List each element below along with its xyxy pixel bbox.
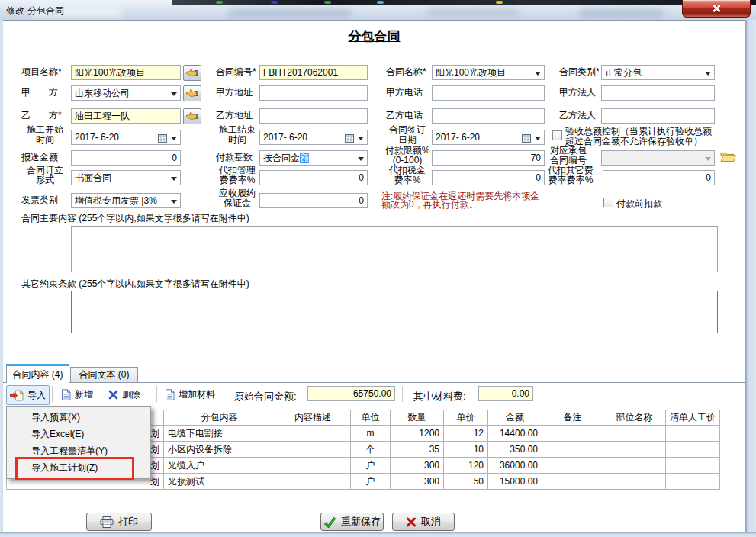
start-date-picker[interactable]: 2017- 6-20 xyxy=(71,130,181,145)
table-cell[interactable] xyxy=(542,474,603,490)
payment-limit-input[interactable]: 70 xyxy=(432,150,545,166)
col-header[interactable]: 清单人工价 xyxy=(666,410,720,426)
contract-no-input[interactable]: FBHT2017062001 xyxy=(259,65,368,80)
table-cell[interactable] xyxy=(275,458,351,474)
pre-pay-deduction-checkbox[interactable] xyxy=(603,198,613,207)
payment-base-select[interactable]: 按合同金额 xyxy=(259,150,368,166)
table-cell[interactable]: 120 xyxy=(444,458,488,474)
contract-form-select[interactable]: 书面合同 xyxy=(71,170,181,185)
resave-button[interactable]: 重新保存 xyxy=(320,513,384,531)
contract-category-select[interactable]: 正常分包 xyxy=(601,65,715,80)
table-cell[interactable] xyxy=(666,426,720,442)
party-b-select[interactable]: 油田工程一队 xyxy=(71,108,181,124)
end-date-picker[interactable]: 2017- 6-20 xyxy=(259,130,368,145)
add-button[interactable]: 新增 xyxy=(58,385,96,404)
table-cell[interactable] xyxy=(666,474,720,490)
col-header[interactable]: 单位 xyxy=(351,410,391,426)
table-cell[interactable] xyxy=(275,474,351,490)
invoice-type-select[interactable]: 增值税专用发票 |3% xyxy=(71,193,181,208)
table-cell[interactable] xyxy=(542,458,603,474)
table-cell[interactable]: 户 xyxy=(351,458,391,474)
table-cell[interactable] xyxy=(542,426,603,442)
tab-contract-content[interactable]: 合同内容 (4) xyxy=(6,364,69,383)
material-fee-field: 0.00 xyxy=(478,386,533,401)
party-a-picker-button[interactable] xyxy=(183,85,201,101)
table-cell[interactable] xyxy=(275,442,351,458)
cancel-button[interactable]: 取消 xyxy=(392,513,455,531)
party-b-picker-button[interactable] xyxy=(183,108,201,124)
hand-pointer-icon xyxy=(186,88,198,98)
table-cell[interactable] xyxy=(603,474,666,490)
table-cell[interactable]: 50 xyxy=(444,474,488,490)
party-a-address-label: 甲方地址 xyxy=(216,88,253,98)
table-cell[interactable]: 光缆入户 xyxy=(164,458,275,474)
table-cell[interactable] xyxy=(666,442,720,458)
payment-limit-label: 付款限额% (0-100) xyxy=(383,146,432,166)
project-name-picker-button[interactable] xyxy=(183,65,201,81)
party-a-select[interactable]: 山东移动公司 xyxy=(71,85,181,101)
col-header[interactable]: 金额 xyxy=(488,410,542,426)
menu-item-import-budget[interactable]: 导入预算(X) xyxy=(7,409,150,426)
add-material-button[interactable]: 增加材料 xyxy=(162,385,218,404)
main-content-textarea[interactable] xyxy=(71,226,718,272)
col-header[interactable]: 备注 xyxy=(542,410,603,426)
aero-glass-blob xyxy=(427,8,519,16)
window-title: 修改-分包合同 xyxy=(6,5,64,18)
performance-bond-input[interactable]: 0 xyxy=(259,193,368,208)
col-header[interactable]: 部位名称 xyxy=(603,410,666,426)
party-b-address-input[interactable] xyxy=(259,108,368,124)
table-cell[interactable]: 户 xyxy=(351,474,391,490)
print-button[interactable]: 打印 xyxy=(86,513,152,531)
table-cell[interactable]: 小区内设备拆除 xyxy=(164,442,275,458)
chevron-down-icon xyxy=(358,157,364,164)
table-cell[interactable] xyxy=(603,442,666,458)
table-cell[interactable]: 电缆下电割接 xyxy=(164,426,275,442)
tab-contract-text[interactable]: 合同文本 (0) xyxy=(70,367,138,383)
table-cell[interactable] xyxy=(603,458,666,474)
party-a-phone-input[interactable] xyxy=(432,85,545,101)
table-cell[interactable]: 15000.00 xyxy=(488,474,542,490)
table-cell[interactable]: 36000.00 xyxy=(488,458,542,474)
close-button[interactable] xyxy=(682,0,751,18)
party-a-address-input[interactable] xyxy=(259,85,368,101)
report-amount-input[interactable]: 0 xyxy=(71,150,181,166)
table-cell[interactable]: 10 xyxy=(444,442,488,458)
party-b-label: 乙 方* xyxy=(21,111,62,121)
browse-contract-button[interactable] xyxy=(720,151,736,165)
delete-button[interactable]: 删除 xyxy=(105,385,143,404)
menu-item-import-excel[interactable]: 导入Excel(E) xyxy=(7,426,150,442)
other-terms-textarea[interactable] xyxy=(71,291,718,333)
sign-date-picker[interactable]: 2017- 6-20 xyxy=(432,130,545,145)
table-cell[interactable]: 300 xyxy=(391,474,444,490)
col-header[interactable]: 单价 xyxy=(444,410,488,426)
background-window-strip xyxy=(172,0,756,5)
party-b-phone-input[interactable] xyxy=(432,108,545,124)
table-cell[interactable]: 1200 xyxy=(391,426,444,442)
table-cell[interactable] xyxy=(275,426,351,442)
project-name-input[interactable]: 阳光100光改项目 xyxy=(71,65,181,80)
col-header[interactable]: 内容描述 xyxy=(275,410,351,426)
table-cell[interactable]: 300 xyxy=(391,458,444,474)
tax-fee-rate-input[interactable]: 0 xyxy=(432,170,545,185)
table-cell[interactable] xyxy=(666,458,720,474)
contract-name-select[interactable]: 阳光100光改项目 xyxy=(432,65,545,80)
table-cell[interactable]: 350.00 xyxy=(488,442,542,458)
table-cell[interactable] xyxy=(603,426,666,442)
table-cell[interactable]: 个 xyxy=(351,442,391,458)
invoice-type-value: 增值税专用发票 |3% xyxy=(75,195,157,206)
import-button[interactable]: 导入 xyxy=(6,385,50,405)
acceptance-control-checkbox[interactable] xyxy=(552,130,562,140)
table-cell[interactable]: 光损测试 xyxy=(164,474,275,490)
table-cell[interactable]: m xyxy=(351,426,391,442)
table-cell[interactable] xyxy=(542,442,603,458)
table-cell[interactable]: 12 xyxy=(444,426,488,442)
party-a-legal-input[interactable] xyxy=(601,85,715,101)
col-header[interactable]: 分包内容 xyxy=(164,410,275,426)
col-header[interactable]: 数量 xyxy=(391,410,444,426)
table-cell[interactable]: 35 xyxy=(391,442,444,458)
table-cell[interactable]: 14400.00 xyxy=(488,426,542,442)
party-b-legal-input[interactable] xyxy=(601,108,715,124)
mgmt-fee-rate-input[interactable]: 0 xyxy=(259,170,368,185)
other-fee-rate-input[interactable]: 0 xyxy=(603,170,715,185)
aero-glass-blob xyxy=(580,9,664,17)
